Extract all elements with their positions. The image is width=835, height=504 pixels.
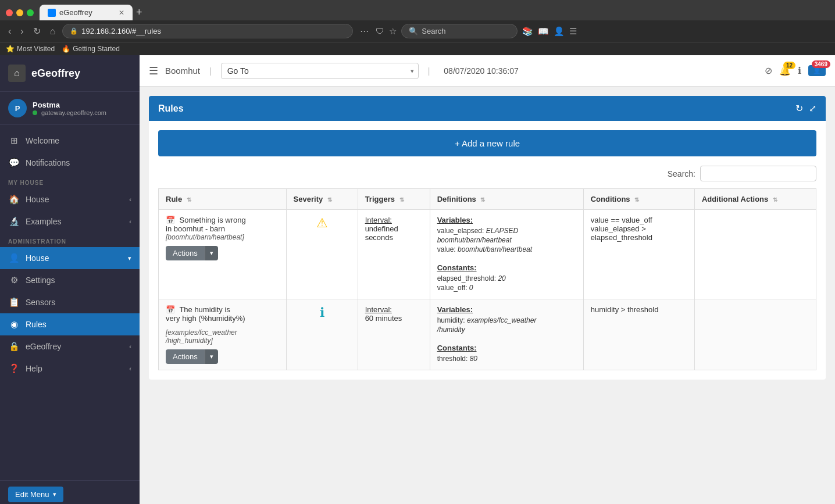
user-name: Postma [33, 101, 106, 109]
breadcrumb-separator: | [209, 66, 212, 76]
panel-title: Rules [158, 103, 184, 114]
bookmark-icon[interactable]: ☆ [389, 26, 397, 37]
col-triggers: Triggers ⇅ [358, 189, 430, 210]
sidebar-item-rules[interactable]: ◉ Rules [0, 313, 140, 335]
conditions-cell: value == value_off value_elapsed > elaps… [583, 210, 694, 299]
reading-mode-icon[interactable]: 📖 [538, 26, 549, 37]
add-rule-button[interactable]: + Add a new rule [158, 130, 816, 156]
sidebar-item-label: Notifications [26, 158, 70, 167]
def-line: elapsed_threshold: 20 [437, 274, 576, 283]
datetime-text: 08/07/2020 10:36:07 [444, 66, 518, 76]
sidebar-item-label: eGeoffrey [26, 342, 61, 351]
sidebar-item-examples[interactable]: 🔬 Examples ‹ [0, 210, 140, 233]
search-input[interactable] [700, 166, 816, 181]
bookmark-most-visited[interactable]: ⭐ Most Visited [6, 45, 55, 53]
search-row: Search: [158, 166, 816, 181]
traffic-light-red[interactable] [6, 9, 13, 16]
def-line: humidity: examples/fcc_weather [437, 316, 576, 324]
actions-button[interactable]: Actions [166, 246, 205, 260]
browser-search-placeholder: Search [422, 27, 445, 35]
triggers-cell: Interval: 60 minutes [358, 299, 430, 370]
tab-title: eGeoffrey [59, 8, 92, 17]
sidebar-item-egeoffrey[interactable]: 🔒 eGeoffrey ‹ [0, 335, 140, 358]
sensors-icon: 📋 [8, 297, 20, 308]
table-row: 📅 The humidity isvery high (%humidity%) … [159, 299, 816, 370]
forward-button[interactable]: › [18, 25, 26, 38]
sidebar-item-notifications[interactable]: 💬 Notifications [0, 152, 140, 174]
actions-button[interactable]: Actions [166, 349, 205, 364]
edit-menu-button[interactable]: Edit Menu ▾ [8, 487, 63, 502]
interval-value: 60 minutes [365, 314, 402, 323]
stop-icon-button[interactable]: ⊘ [765, 65, 772, 76]
col-additional-actions: Additional Actions ⇅ [694, 189, 816, 210]
address-bar: ‹ › ↻ ⌂ 🔒 192.168.2.160/#__rules ··· 🛡 ☆… [0, 20, 835, 42]
actions-dropdown-button[interactable]: ▾ [205, 246, 218, 260]
bookmark-getting-started[interactable]: 🔥 Getting Started [62, 45, 120, 53]
help-icon: ❓ [8, 363, 20, 374]
col-rule: Rule ⇅ [159, 189, 287, 210]
expand-button[interactable]: ⤢ [809, 103, 816, 114]
dropdown-arrow-icon: ▾ [53, 491, 56, 498]
sidebar-footer: Edit Menu ▾ [0, 480, 140, 504]
user-badge[interactable]: 👤 3469 [808, 65, 826, 76]
interval-label: Interval: [365, 305, 392, 314]
back-button[interactable]: ‹ [6, 25, 13, 38]
interval-label: Interval: [365, 216, 392, 224]
browser-menu-dots[interactable]: ··· [360, 25, 369, 37]
sidebar-item-help[interactable]: ❓ Help ‹ [0, 358, 140, 380]
rules-panel: Rules ↻ ⤢ + Add a new rule Search: [149, 96, 826, 380]
section-my-house: MY HOUSE [0, 174, 140, 188]
getting-started-icon: 🔥 [62, 45, 70, 53]
address-field[interactable]: 🔒 192.168.2.160/#__rules [62, 24, 353, 38]
url-text: 192.168.2.160/#__rules [81, 27, 161, 35]
new-tab-button[interactable]: + [133, 6, 146, 19]
triggers-cell: Interval: undefinedseconds [358, 210, 430, 299]
traffic-light-green[interactable] [27, 9, 34, 16]
info-button[interactable]: ℹ [798, 65, 801, 76]
breadcrumb: Boomhut [165, 66, 200, 76]
sidebar-item-label: Sensors [26, 298, 55, 307]
col-severity: Severity ⇅ [286, 189, 358, 210]
info-severity-icon: ℹ [320, 305, 324, 320]
def-line: value: boomhut/barn/heartbeat [437, 245, 576, 253]
notification-count-badge: 12 [783, 62, 795, 69]
sidebar-item-house[interactable]: 🏠 House ‹ [0, 188, 140, 210]
warning-severity-icon: ⚠ [316, 216, 328, 230]
separator-2: | [428, 66, 430, 76]
sidebar-item-admin-house[interactable]: 👤 House ▾ [0, 247, 140, 269]
rule-name: 📅 The humidity isvery high (%humidity%) [166, 305, 279, 323]
notification-bell-button[interactable]: 🔔 12 [779, 65, 791, 76]
tab-close-button[interactable]: ✕ [119, 9, 124, 17]
sidebar-item-settings[interactable]: ⚙ Settings [0, 269, 140, 291]
actions-dropdown-button[interactable]: ▾ [205, 349, 218, 364]
def-line: boomhut/barn/heartbeat [437, 236, 576, 244]
online-status-dot [33, 110, 37, 115]
hamburger-browser-icon[interactable]: ☰ [569, 26, 577, 37]
reload-button[interactable]: ↻ [31, 24, 43, 38]
library-icon[interactable]: 📚 [522, 26, 533, 37]
browser-tab[interactable]: eGeoffrey ✕ [40, 5, 133, 20]
def-line: threshold: 80 [437, 355, 576, 363]
chevron-right-icon: ‹ [129, 218, 131, 225]
sidebar-item-welcome[interactable]: ⊞ Welcome [0, 130, 140, 152]
user-avatar: P [8, 99, 27, 117]
goto-select[interactable]: Go To [221, 63, 419, 79]
hamburger-button[interactable]: ☰ [149, 65, 158, 77]
home-button[interactable]: ⌂ [48, 25, 58, 38]
traffic-light-yellow[interactable] [16, 9, 23, 16]
def-line: value_elapsed: ELAPSED [437, 227, 576, 235]
browser-search-field[interactable]: 🔍 Search [401, 24, 518, 38]
chevron-right-icon: ‹ [129, 343, 131, 350]
brand-label: eGeoffrey [31, 67, 80, 80]
sidebar-item-label: Examples [26, 217, 61, 226]
severity-cell: ℹ [286, 299, 358, 370]
refresh-button[interactable]: ↻ [795, 103, 803, 114]
chevron-right-icon: ‹ [129, 365, 131, 372]
admin-house-icon: 👤 [8, 253, 20, 263]
sidebar-item-sensors[interactable]: 📋 Sensors [0, 291, 140, 313]
shield-icon[interactable]: 🛡 [376, 26, 384, 36]
account-icon[interactable]: 👤 [554, 26, 565, 37]
sidebar-item-label: House [26, 253, 49, 263]
rule-path: [examples/fcc_weather/high_humidity] [166, 328, 279, 345]
main-content: ☰ Boomhut | Go To ▾ | 08/07/2020 10:36:0… [140, 55, 835, 504]
